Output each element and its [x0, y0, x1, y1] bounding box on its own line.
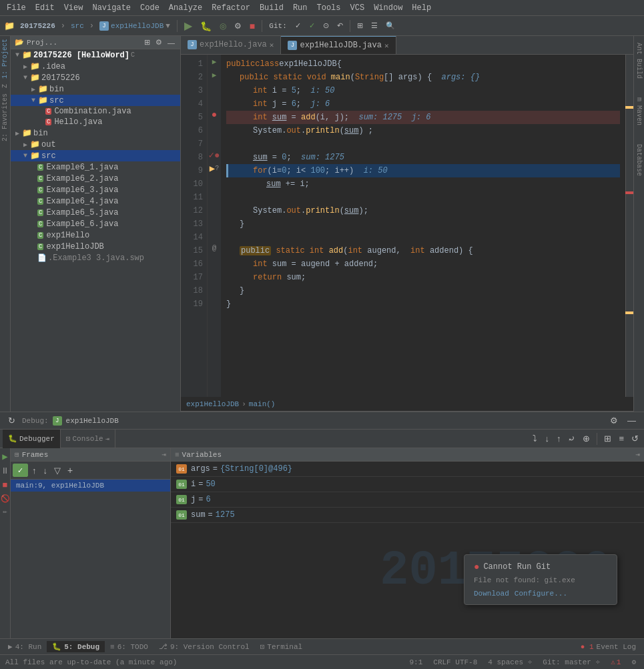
menu-navigate[interactable]: Navigate: [88, 2, 135, 14]
vcs-tab[interactable]: ⎇ 9: Version Control: [153, 641, 255, 652]
toolbar-src[interactable]: src: [68, 21, 87, 31]
tree-item-combination[interactable]: ▶ C Combination.java: [11, 106, 180, 117]
git-tick2[interactable]: ✓: [306, 20, 318, 31]
restore[interactable]: ↺: [629, 432, 641, 445]
tree-item-ex1[interactable]: ▶ C Example6_1.java: [11, 161, 180, 173]
stop-debug-button[interactable]: ■: [3, 480, 8, 490]
tree-item-root[interactable]: ▼ 📁 20175226 [HelloWord] C: [11, 49, 180, 61]
frame-down[interactable]: ↓: [41, 464, 51, 477]
debug-tab-bottom[interactable]: 🐛 5: Debug: [47, 641, 105, 652]
frame-filter[interactable]: ▽: [51, 464, 63, 477]
tree-item-ex3[interactable]: ▶ C Example6_3.java: [11, 184, 180, 195]
frame-check-button[interactable]: ✓: [13, 464, 28, 477]
ant-build-tab[interactable]: Ant Build: [635, 39, 643, 83]
tree-item-swp[interactable]: ▶ 📄 .Example3 3.java.swp: [11, 252, 180, 263]
settings-debug[interactable]: ✏: [3, 507, 7, 516]
toolbar-project-name[interactable]: 20175226: [17, 21, 58, 31]
run-button[interactable]: ▶: [182, 18, 195, 33]
debug-button[interactable]: 🐛: [198, 19, 214, 33]
var-item-i[interactable]: 01 i = 50: [171, 477, 644, 492]
show-vars[interactable]: ≡: [616, 432, 627, 445]
project-close[interactable]: —: [166, 39, 176, 47]
tree-item-exp1hellojdb[interactable]: ▶ C exp1HelloJDB: [11, 241, 180, 252]
status-indent[interactable]: 4 spaces ÷: [485, 658, 535, 666]
tab-exp1hello[interactable]: J exp1Hello.java ✕: [181, 36, 281, 54]
tab-exp1hellojdb[interactable]: J exp1HelloJDB.java ✕: [281, 36, 396, 54]
todo-tab[interactable]: ≡ 6: TODO: [105, 642, 153, 652]
tree-item-bin2[interactable]: ▶ 📁 bin: [11, 127, 180, 139]
status-settings[interactable]: ⚙: [629, 658, 639, 666]
menu-edit[interactable]: Edit: [31, 2, 59, 14]
menu-build[interactable]: Build: [256, 2, 288, 14]
toolbar-file[interactable]: J exp1HelloJDB ▼: [97, 20, 173, 32]
git-history[interactable]: ⊙: [320, 20, 332, 31]
menu-vcs[interactable]: VCS: [346, 2, 369, 14]
resume-button[interactable]: ▶: [2, 451, 7, 462]
coverage-button[interactable]: ◎: [217, 20, 229, 32]
git-tick1[interactable]: ✓: [292, 20, 304, 31]
terminal-tab[interactable]: ⊡ Terminal: [255, 641, 308, 652]
breadcrumb-method[interactable]: main(): [249, 400, 276, 408]
tree-item-exp1hello[interactable]: ▶ C exp1Hello: [11, 229, 180, 241]
tree-item-ex5[interactable]: ▶ C Example6_5.java: [11, 207, 180, 218]
run-tab[interactable]: ▶ 4: Run: [3, 641, 47, 652]
menu-view[interactable]: View: [60, 2, 87, 14]
profile-button[interactable]: ⚙: [232, 20, 244, 32]
download-link[interactable]: Download: [474, 590, 509, 598]
project-icon[interactable]: 1: Project: [1, 39, 9, 79]
event-log-tab[interactable]: ● 1 Event Log: [575, 642, 641, 652]
step-out[interactable]: ↑: [554, 432, 564, 445]
status-position[interactable]: 9:1: [406, 658, 425, 666]
configure-link[interactable]: Configure...: [515, 590, 567, 598]
step-over[interactable]: ⤵: [530, 432, 540, 445]
var-item-sum[interactable]: 01 sum = 1275: [171, 508, 644, 523]
frame-up[interactable]: ↑: [29, 464, 39, 477]
debug-reload-button[interactable]: ↻: [5, 414, 18, 427]
menu-tools[interactable]: Tools: [313, 2, 345, 14]
database-tab[interactable]: Database: [635, 140, 643, 180]
console-tab[interactable]: ⊡ Console ⇥: [61, 430, 115, 448]
breakpoint-5[interactable]: ●: [212, 109, 217, 120]
step-into[interactable]: ↓: [542, 432, 552, 445]
menu-help[interactable]: Help: [408, 2, 435, 14]
breakpoint-8[interactable]: ✓●: [209, 149, 220, 161]
favorites-icon[interactable]: 2: Favorites: [1, 93, 9, 141]
tab-close-active[interactable]: ✕: [384, 41, 389, 50]
mute-breakpoints[interactable]: 🚫: [1, 494, 10, 503]
tree-item-ex2[interactable]: ▶ C Example6_2.java: [11, 173, 180, 184]
stop-button[interactable]: ■: [247, 19, 258, 33]
var-item-j[interactable]: 01 j = 6: [171, 492, 644, 508]
search-button[interactable]: 🔍: [383, 20, 398, 31]
var-item-args[interactable]: 01 args = {String[0]@496}: [171, 462, 644, 477]
status-errors[interactable]: ⚠ 1: [608, 658, 623, 666]
tree-item-bin[interactable]: ▶ 📁 bin: [11, 83, 180, 95]
tree-item-out[interactable]: ▶ 📁 out: [11, 139, 180, 150]
menu-code[interactable]: Code: [136, 2, 164, 14]
menu-file[interactable]: File: [3, 2, 30, 14]
tab-close[interactable]: ✕: [270, 41, 274, 49]
tree-item-idea[interactable]: ▶ 📁 .idea: [11, 61, 180, 72]
debug-minimize-button[interactable]: —: [625, 414, 639, 427]
menu-refactor[interactable]: Refactor: [208, 2, 254, 14]
menu-window[interactable]: Window: [370, 2, 406, 14]
run-to-cursor[interactable]: ⤾: [565, 432, 578, 445]
menu-analyze[interactable]: Analyze: [165, 2, 206, 14]
tree-item-ex4[interactable]: ▶ C Example6_4.java: [11, 195, 180, 207]
git-back[interactable]: ↶: [334, 20, 346, 31]
menu-run[interactable]: Run: [289, 2, 312, 14]
pause-button[interactable]: ⏸: [1, 466, 9, 476]
tree-item-hello[interactable]: ▶ C Hello.java: [11, 117, 180, 127]
project-settings[interactable]: ⚙: [154, 38, 164, 47]
tree-item-ex6[interactable]: ▶ C Example6_6.java: [11, 218, 180, 229]
frame-item-main[interactable]: main:9, exp1HelloJDB: [11, 480, 170, 492]
code-content[interactable]: public class exp1HelloJDB { public stati…: [221, 55, 625, 397]
status-git[interactable]: Git: master ÷: [540, 658, 603, 666]
debugger-tab[interactable]: 🐛 Debugger: [3, 430, 61, 448]
show-frames[interactable]: ⊞: [601, 432, 614, 445]
structure-icon[interactable]: Z: [1, 84, 9, 88]
maven-tab[interactable]: m Maven: [635, 93, 643, 129]
evaluate[interactable]: ⊕: [580, 432, 593, 445]
breadcrumb-class[interactable]: exp1HelloJDB: [186, 400, 239, 408]
project-view-toggle[interactable]: ⊞: [143, 38, 151, 47]
frame-add[interactable]: +: [65, 464, 75, 477]
